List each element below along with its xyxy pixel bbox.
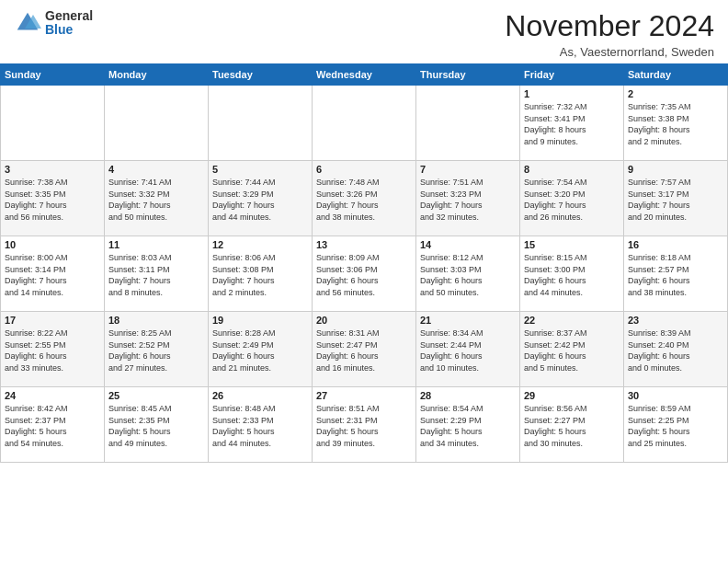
day-number: 30 bbox=[628, 390, 723, 401]
day-number: 9 bbox=[628, 164, 723, 175]
day-info: Sunrise: 8:31 AM Sunset: 2:47 PM Dayligh… bbox=[316, 327, 412, 373]
calendar-cell: 24Sunrise: 8:42 AM Sunset: 2:37 PM Dayli… bbox=[1, 387, 105, 463]
calendar-cell: 25Sunrise: 8:45 AM Sunset: 2:35 PM Dayli… bbox=[105, 387, 209, 463]
day-number: 26 bbox=[212, 390, 308, 401]
day-number: 11 bbox=[108, 239, 204, 250]
day-number: 14 bbox=[420, 239, 516, 250]
calendar-cell: 17Sunrise: 8:22 AM Sunset: 2:55 PM Dayli… bbox=[1, 312, 105, 387]
col-saturday: Saturday bbox=[624, 64, 728, 86]
page-header: General Blue November 2024 As, Vaesterno… bbox=[0, 0, 728, 63]
header-row: Sunday Monday Tuesday Wednesday Thursday… bbox=[1, 64, 728, 86]
calendar-cell: 6Sunrise: 7:48 AM Sunset: 3:26 PM Daylig… bbox=[313, 161, 416, 236]
day-number: 25 bbox=[108, 390, 204, 401]
day-info: Sunrise: 8:12 AM Sunset: 3:03 PM Dayligh… bbox=[420, 252, 516, 298]
calendar-body: 1Sunrise: 7:32 AM Sunset: 3:41 PM Daylig… bbox=[1, 86, 728, 463]
day-info: Sunrise: 7:48 AM Sunset: 3:26 PM Dayligh… bbox=[316, 177, 412, 223]
calendar-cell bbox=[209, 86, 313, 161]
col-monday: Monday bbox=[105, 64, 209, 86]
calendar-cell: 7Sunrise: 7:51 AM Sunset: 3:23 PM Daylig… bbox=[416, 161, 520, 236]
day-info: Sunrise: 8:06 AM Sunset: 3:08 PM Dayligh… bbox=[212, 252, 308, 298]
day-number: 6 bbox=[316, 164, 412, 175]
day-info: Sunrise: 7:57 AM Sunset: 3:17 PM Dayligh… bbox=[628, 177, 723, 223]
calendar-cell: 18Sunrise: 8:25 AM Sunset: 2:52 PM Dayli… bbox=[105, 312, 209, 387]
day-info: Sunrise: 8:48 AM Sunset: 2:33 PM Dayligh… bbox=[212, 403, 308, 449]
day-number: 16 bbox=[628, 239, 723, 250]
day-info: Sunrise: 8:28 AM Sunset: 2:49 PM Dayligh… bbox=[212, 327, 308, 373]
calendar-cell bbox=[105, 86, 209, 161]
col-friday: Friday bbox=[520, 64, 624, 86]
calendar-cell: 8Sunrise: 7:54 AM Sunset: 3:20 PM Daylig… bbox=[520, 161, 624, 236]
day-number: 1 bbox=[524, 88, 620, 99]
logo-general: General bbox=[45, 9, 93, 23]
day-number: 24 bbox=[5, 390, 100, 401]
calendar-cell: 19Sunrise: 8:28 AM Sunset: 2:49 PM Dayli… bbox=[209, 312, 313, 387]
calendar-cell: 14Sunrise: 8:12 AM Sunset: 3:03 PM Dayli… bbox=[416, 236, 520, 312]
day-info: Sunrise: 8:51 AM Sunset: 2:31 PM Dayligh… bbox=[316, 403, 412, 449]
day-info: Sunrise: 7:51 AM Sunset: 3:23 PM Dayligh… bbox=[420, 177, 516, 223]
calendar-cell: 2Sunrise: 7:35 AM Sunset: 3:38 PM Daylig… bbox=[624, 86, 728, 161]
day-number: 17 bbox=[5, 315, 100, 326]
calendar-week-4: 24Sunrise: 8:42 AM Sunset: 2:37 PM Dayli… bbox=[1, 387, 728, 463]
day-info: Sunrise: 8:34 AM Sunset: 2:44 PM Dayligh… bbox=[420, 327, 516, 373]
day-info: Sunrise: 8:03 AM Sunset: 3:11 PM Dayligh… bbox=[108, 252, 204, 298]
day-info: Sunrise: 8:42 AM Sunset: 2:37 PM Dayligh… bbox=[5, 403, 100, 449]
day-number: 7 bbox=[420, 164, 516, 175]
col-thursday: Thursday bbox=[416, 64, 520, 86]
calendar-week-3: 17Sunrise: 8:22 AM Sunset: 2:55 PM Dayli… bbox=[1, 312, 728, 387]
day-info: Sunrise: 8:59 AM Sunset: 2:25 PM Dayligh… bbox=[628, 403, 723, 449]
calendar-cell: 13Sunrise: 8:09 AM Sunset: 3:06 PM Dayli… bbox=[313, 236, 416, 312]
day-number: 21 bbox=[420, 315, 516, 326]
calendar-cell: 5Sunrise: 7:44 AM Sunset: 3:29 PM Daylig… bbox=[209, 161, 313, 236]
calendar-cell: 23Sunrise: 8:39 AM Sunset: 2:40 PM Dayli… bbox=[624, 312, 728, 387]
day-info: Sunrise: 8:37 AM Sunset: 2:42 PM Dayligh… bbox=[524, 327, 620, 373]
day-info: Sunrise: 8:56 AM Sunset: 2:27 PM Dayligh… bbox=[524, 403, 620, 449]
day-number: 15 bbox=[524, 239, 620, 250]
day-info: Sunrise: 7:54 AM Sunset: 3:20 PM Dayligh… bbox=[524, 177, 620, 223]
col-wednesday: Wednesday bbox=[313, 64, 416, 86]
day-number: 12 bbox=[212, 239, 308, 250]
col-sunday: Sunday bbox=[1, 64, 105, 86]
page-container: General Blue November 2024 As, Vaesterno… bbox=[0, 0, 728, 463]
day-number: 27 bbox=[316, 390, 412, 401]
day-info: Sunrise: 7:44 AM Sunset: 3:29 PM Dayligh… bbox=[212, 177, 308, 223]
day-number: 3 bbox=[5, 164, 100, 175]
calendar-table: Sunday Monday Tuesday Wednesday Thursday… bbox=[0, 63, 728, 463]
calendar-cell bbox=[416, 86, 520, 161]
day-info: Sunrise: 8:18 AM Sunset: 2:57 PM Dayligh… bbox=[628, 252, 723, 298]
day-number: 18 bbox=[108, 315, 204, 326]
day-number: 10 bbox=[5, 239, 100, 250]
calendar-cell: 15Sunrise: 8:15 AM Sunset: 3:00 PM Dayli… bbox=[520, 236, 624, 312]
calendar-cell: 1Sunrise: 7:32 AM Sunset: 3:41 PM Daylig… bbox=[520, 86, 624, 161]
day-number: 13 bbox=[316, 239, 412, 250]
day-info: Sunrise: 8:00 AM Sunset: 3:14 PM Dayligh… bbox=[5, 252, 100, 298]
month-title: November 2024 bbox=[505, 9, 714, 43]
calendar-cell: 22Sunrise: 8:37 AM Sunset: 2:42 PM Dayli… bbox=[520, 312, 624, 387]
day-number: 19 bbox=[212, 315, 308, 326]
day-info: Sunrise: 8:25 AM Sunset: 2:52 PM Dayligh… bbox=[108, 327, 204, 373]
calendar-week-0: 1Sunrise: 7:32 AM Sunset: 3:41 PM Daylig… bbox=[1, 86, 728, 161]
calendar-cell: 26Sunrise: 8:48 AM Sunset: 2:33 PM Dayli… bbox=[209, 387, 313, 463]
day-info: Sunrise: 8:09 AM Sunset: 3:06 PM Dayligh… bbox=[316, 252, 412, 298]
calendar-cell: 16Sunrise: 8:18 AM Sunset: 2:57 PM Dayli… bbox=[624, 236, 728, 312]
calendar-cell bbox=[313, 86, 416, 161]
day-number: 28 bbox=[420, 390, 516, 401]
day-number: 22 bbox=[524, 315, 620, 326]
calendar-cell: 9Sunrise: 7:57 AM Sunset: 3:17 PM Daylig… bbox=[624, 161, 728, 236]
day-number: 8 bbox=[524, 164, 620, 175]
calendar-cell: 10Sunrise: 8:00 AM Sunset: 3:14 PM Dayli… bbox=[1, 236, 105, 312]
day-info: Sunrise: 8:15 AM Sunset: 3:00 PM Dayligh… bbox=[524, 252, 620, 298]
day-info: Sunrise: 7:32 AM Sunset: 3:41 PM Dayligh… bbox=[524, 101, 620, 147]
calendar-cell: 21Sunrise: 8:34 AM Sunset: 2:44 PM Dayli… bbox=[416, 312, 520, 387]
col-tuesday: Tuesday bbox=[209, 64, 313, 86]
day-number: 20 bbox=[316, 315, 412, 326]
day-number: 2 bbox=[628, 88, 723, 99]
calendar-week-2: 10Sunrise: 8:00 AM Sunset: 3:14 PM Dayli… bbox=[1, 236, 728, 312]
calendar-cell: 12Sunrise: 8:06 AM Sunset: 3:08 PM Dayli… bbox=[209, 236, 313, 312]
calendar-cell bbox=[1, 86, 105, 161]
calendar-header: Sunday Monday Tuesday Wednesday Thursday… bbox=[1, 64, 728, 86]
calendar-cell: 27Sunrise: 8:51 AM Sunset: 2:31 PM Dayli… bbox=[313, 387, 416, 463]
calendar-cell: 4Sunrise: 7:41 AM Sunset: 3:32 PM Daylig… bbox=[105, 161, 209, 236]
calendar-week-1: 3Sunrise: 7:38 AM Sunset: 3:35 PM Daylig… bbox=[1, 161, 728, 236]
logo-blue: Blue bbox=[45, 23, 93, 37]
location: As, Vaesternorrland, Sweden bbox=[505, 45, 714, 59]
